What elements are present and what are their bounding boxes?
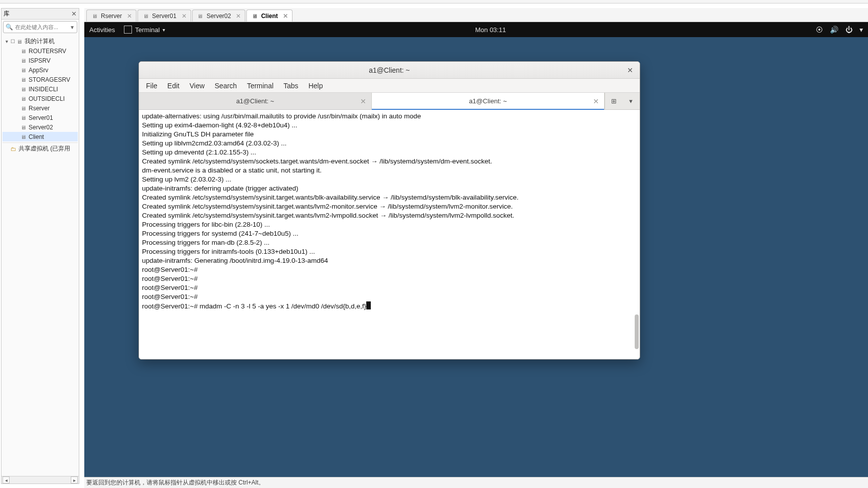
vm-icon: 🖥 <box>20 86 27 93</box>
library-title: 库 <box>4 10 10 18</box>
folder-icon: 🗀 <box>10 145 17 152</box>
tree-node-label: Client <box>29 133 44 140</box>
tree-node-outsidecli[interactable]: 🖥OUTSIDECLI <box>3 94 78 103</box>
terminal-menubar: FileEditViewSearchTerminalTabsHelp <box>139 79 640 93</box>
scroll-right-icon[interactable]: ▸ <box>71 476 78 483</box>
terminal-line: Created symlink /etc/systemd/system/sysi… <box>142 211 637 220</box>
tree-node-server01[interactable]: 🖥Server01 <box>3 113 78 122</box>
tree-node-storagesrv[interactable]: 🖥STORAGESRV <box>3 75 78 84</box>
vm-icon: 🖥 <box>20 124 27 131</box>
scrollbar-thumb[interactable] <box>635 314 639 350</box>
tree-shared-label: 共享虚拟机 (已弃用 <box>19 144 70 153</box>
library-panel: 库 ✕ 🔍 ▼ ▾ ☐ 🖥 我的计算机 🖥ROUTERSRV🖥ISPSRV🖥Ap… <box>1 8 79 484</box>
vm-tab-client[interactable]: 🖥Client✕ <box>246 10 292 22</box>
tree-node-ispsrv[interactable]: 🖥ISPSRV <box>3 56 78 65</box>
close-icon[interactable]: ✕ <box>360 97 366 105</box>
terminal-line: update-initramfs: deferring update (trig… <box>142 184 637 193</box>
sidebar-scrollbar[interactable]: ◂ ▸ <box>2 476 79 483</box>
gnome-top-bar: Activities Terminal ▾ Mon 03:11 ⦿ 🔊 ⏻ ▾ <box>84 22 868 37</box>
vm-tab-server02[interactable]: 🖥Server02✕ <box>192 10 246 22</box>
tree-node-client[interactable]: 🖥Client <box>3 132 78 141</box>
terminal-line: Processing triggers for systemd (241-7~d… <box>142 229 637 238</box>
terminal-line: Processing triggers for initramfs-tools … <box>142 247 637 256</box>
tab-menu-button[interactable]: ▾ <box>626 96 637 107</box>
status-bar: 要返回到您的计算机，请将鼠标指针从虚拟机中移出或按 Ctrl+Alt。 <box>84 477 868 488</box>
tree-root-my-computer[interactable]: ▾ ☐ 🖥 我的计算机 <box>3 37 78 46</box>
gnome-clock[interactable]: Mon 03:11 <box>475 26 506 34</box>
menu-terminal[interactable]: Terminal <box>247 82 273 90</box>
tree-node-insidecli[interactable]: 🖥INSIDECLI <box>3 84 78 94</box>
terminal-line: Setting up liblvm2cmd2.03:amd64 (2.03.02… <box>142 139 637 148</box>
terminal-title-text: a1@Client: ~ <box>369 66 410 74</box>
terminal-line: Created symlink /etc/systemd/system/sock… <box>142 157 637 166</box>
terminal-line: root@Server01:~# <box>142 274 637 283</box>
menu-help[interactable]: Help <box>309 82 323 90</box>
close-icon[interactable]: ✕ <box>593 97 599 105</box>
vm-icon: 🖥 <box>20 57 27 64</box>
library-header: 库 ✕ <box>2 9 79 20</box>
terminal-tab-0[interactable]: a1@Client: ~✕ <box>139 93 372 109</box>
tree-node-rserver[interactable]: 🖥Rserver <box>3 103 78 113</box>
tree-node-label: OUTSIDECLI <box>29 95 65 102</box>
tree-node-label: STORAGESRV <box>29 76 70 83</box>
vm-icon: 🖥 <box>142 13 149 20</box>
vm-tab-label: Client <box>261 13 277 20</box>
menu-view[interactable]: View <box>190 82 205 90</box>
collapse-icon[interactable]: ▾ <box>4 39 10 44</box>
chevron-down-icon[interactable]: ▾ <box>859 26 863 34</box>
guest-desktop: Activities Terminal ▾ Mon 03:11 ⦿ 🔊 ⏻ ▾ … <box>84 22 868 477</box>
activities-button[interactable]: Activities <box>89 26 115 34</box>
terminal-tab-1[interactable]: a1@Client: ~✕ <box>372 93 605 109</box>
chevron-down-icon: ▾ <box>163 27 165 33</box>
checkbox-icon[interactable]: ☐ <box>10 39 16 44</box>
close-icon[interactable]: ✕ <box>71 10 77 18</box>
terminal-tab-label: a1@Client: ~ <box>236 97 274 105</box>
tree-node-routersrv[interactable]: 🖥ROUTERSRV <box>3 46 78 56</box>
terminal-line: root@Server01:~# <box>142 265 637 274</box>
menu-edit[interactable]: Edit <box>168 82 180 90</box>
terminal-line: dm-event.service is a disabled or a stat… <box>142 166 637 175</box>
terminal-line: Created symlink /etc/systemd/system/sysi… <box>142 193 637 202</box>
terminal-line: Setting up lvm2 (2.03.02-3) ... <box>142 175 637 184</box>
terminal-line: Processing triggers for libc-bin (2.28-1… <box>142 220 637 229</box>
vm-icon: 🖥 <box>197 13 204 20</box>
tree-node-server02[interactable]: 🖥Server02 <box>3 122 78 132</box>
menu-tabs[interactable]: Tabs <box>283 82 299 90</box>
menu-search[interactable]: Search <box>215 82 237 90</box>
vm-icon: 🖥 <box>20 105 27 112</box>
close-icon[interactable]: ✕ <box>283 13 288 20</box>
vm-icon: 🖥 <box>20 76 27 83</box>
close-icon[interactable]: ✕ <box>182 13 187 20</box>
dropdown-icon[interactable]: ▼ <box>70 25 75 30</box>
app-toolbar <box>0 0 868 4</box>
volume-icon[interactable]: 🔊 <box>830 26 838 34</box>
tree-node-appsrv[interactable]: 🖥AppSrv <box>3 65 78 75</box>
terminal-line: Setting up dmeventd (2:1.02.155-3) ... <box>142 148 637 157</box>
tree-separator <box>3 142 78 143</box>
active-app-menu[interactable]: Terminal ▾ <box>124 26 165 34</box>
vm-tab-rserver[interactable]: 🖥Rserver✕ <box>86 10 136 22</box>
gnome-status-area[interactable]: ⦿ 🔊 ⏻ ▾ <box>816 26 863 34</box>
terminal-scrollbar[interactable] <box>635 110 639 359</box>
vm-tab-server01[interactable]: 🖥Server01✕ <box>137 10 191 22</box>
terminal-line: root@Server01:~# <box>142 283 637 292</box>
terminal-output[interactable]: update-alternatives: using /usr/bin/mail… <box>139 110 640 359</box>
gnome-bar-left: Activities Terminal ▾ <box>89 26 165 34</box>
scroll-left-icon[interactable]: ◂ <box>3 476 10 483</box>
close-icon[interactable]: ✕ <box>626 66 635 75</box>
menu-file[interactable]: File <box>146 82 158 90</box>
new-tab-button[interactable]: ⊞ <box>608 96 619 107</box>
terminal-line: update-alternatives: using /usr/bin/mail… <box>142 112 637 121</box>
tree-shared-vms[interactable]: 🗀 共享虚拟机 (已弃用 <box>3 144 78 153</box>
close-icon[interactable]: ✕ <box>236 13 241 20</box>
power-icon[interactable]: ⏻ <box>845 26 852 34</box>
terminal-titlebar[interactable]: a1@Client: ~ ✕ <box>139 62 640 79</box>
close-icon[interactable]: ✕ <box>127 13 132 20</box>
library-search[interactable]: 🔍 ▼ <box>3 21 77 33</box>
accessibility-icon[interactable]: ⦿ <box>816 26 823 34</box>
search-input[interactable] <box>15 24 68 30</box>
terminal-window: a1@Client: ~ ✕ FileEditViewSearchTermina… <box>138 61 640 360</box>
tree-node-label: Server02 <box>29 124 53 131</box>
status-hint: 要返回到您的计算机，请将鼠标指针从虚拟机中移出或按 Ctrl+Alt。 <box>86 478 264 487</box>
tree-node-label: Rserver <box>29 105 50 112</box>
